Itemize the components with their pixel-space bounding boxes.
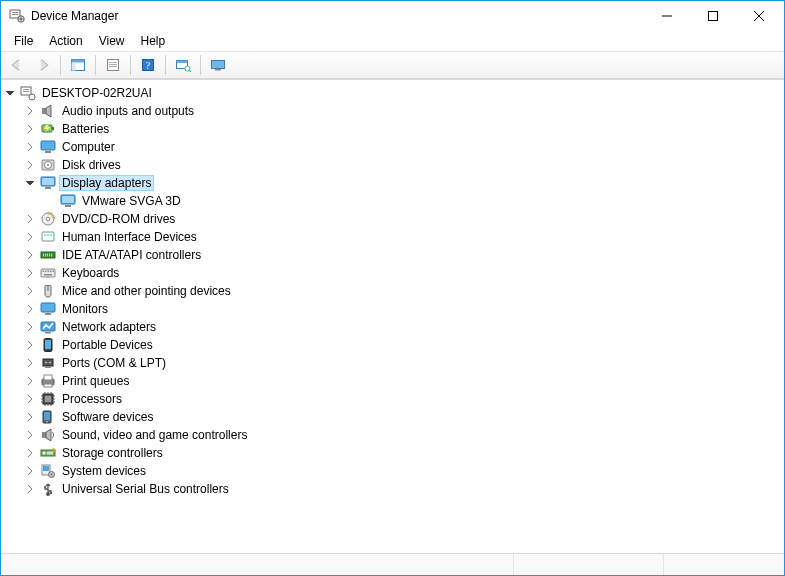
help-button[interactable]: ? (136, 54, 160, 76)
expand-toggle-icon[interactable] (23, 212, 37, 226)
tree-node-label: Sound, video and game controllers (59, 427, 250, 443)
expand-toggle-icon[interactable] (23, 428, 37, 442)
maximize-button[interactable] (690, 1, 736, 31)
tree-node-label: Print queues (59, 373, 132, 389)
back-button[interactable] (5, 54, 29, 76)
device-manager-window: Device Manager File Action View Help (0, 0, 785, 576)
storage-icon (40, 445, 56, 461)
tree-node[interactable]: Disk drives (23, 156, 782, 174)
tree-node[interactable]: System devices (23, 462, 782, 480)
tree-node[interactable]: Mice and other pointing devices (23, 282, 782, 300)
expand-toggle-icon[interactable] (23, 374, 37, 388)
dvd-icon (40, 211, 56, 227)
menu-help[interactable]: Help (134, 33, 173, 49)
tree-node[interactable]: Display adapters (23, 174, 782, 192)
tree-node[interactable]: IDE ATA/ATAPI controllers (23, 246, 782, 264)
tree-node[interactable]: Audio inputs and outputs (23, 102, 782, 120)
menu-view[interactable]: View (92, 33, 132, 49)
tree-node[interactable]: Storage controllers (23, 444, 782, 462)
tree-node-label: Ports (COM & LPT) (59, 355, 169, 371)
network-icon (40, 319, 56, 335)
expand-toggle-icon[interactable] (23, 320, 37, 334)
expand-toggle-icon[interactable] (23, 266, 37, 280)
tree-node[interactable]: Network adapters (23, 318, 782, 336)
expand-toggle-icon[interactable] (23, 392, 37, 406)
tree-node[interactable]: Keyboards (23, 264, 782, 282)
expand-toggle-icon[interactable] (23, 284, 37, 298)
tree-node[interactable]: Print queues (23, 372, 782, 390)
expand-toggle-icon[interactable] (3, 86, 17, 100)
svg-rect-10 (109, 64, 117, 65)
menu-action[interactable]: Action (42, 33, 89, 49)
expand-toggle-icon[interactable] (23, 302, 37, 316)
monitor-icon (40, 139, 56, 155)
monitor-button[interactable] (206, 54, 230, 76)
svg-rect-9 (109, 62, 117, 63)
svg-rect-11 (109, 66, 117, 67)
tree-node-label: Batteries (59, 121, 112, 137)
forward-button[interactable] (31, 54, 55, 76)
device-tree-pane[interactable]: DESKTOP-02R2UAIAudio inputs and outputsB… (1, 79, 784, 553)
tree-node-label: Human Interface Devices (59, 229, 200, 245)
window-title: Device Manager (31, 9, 118, 23)
system-icon (40, 463, 56, 479)
tree-node-label: Universal Serial Bus controllers (59, 481, 232, 497)
expand-toggle-icon[interactable] (23, 446, 37, 460)
tree-node[interactable]: Human Interface Devices (23, 228, 782, 246)
svg-rect-18 (215, 69, 221, 71)
mouse-icon (40, 283, 56, 299)
software-icon (40, 409, 56, 425)
toolbar-separator (60, 55, 61, 75)
minimize-button[interactable] (644, 1, 690, 31)
properties-button[interactable] (101, 54, 125, 76)
expand-toggle-icon[interactable] (23, 122, 37, 136)
port-icon (40, 355, 56, 371)
expand-toggle-icon[interactable] (23, 482, 37, 496)
tree-node-label: Network adapters (59, 319, 159, 335)
tree-node-label: IDE ATA/ATAPI controllers (59, 247, 204, 263)
tree-root-node[interactable]: DESKTOP-02R2UAI (3, 84, 782, 102)
tree-node[interactable]: Universal Serial Bus controllers (23, 480, 782, 498)
expand-toggle-icon[interactable] (23, 464, 37, 478)
tree-node[interactable]: Portable Devices (23, 336, 782, 354)
tree-node[interactable]: Sound, video and game controllers (23, 426, 782, 444)
tree-node-label: Display adapters (59, 175, 154, 191)
expand-toggle-icon[interactable] (23, 338, 37, 352)
expand-toggle-icon[interactable] (23, 176, 37, 190)
menu-file[interactable]: File (7, 33, 40, 49)
expand-toggle-icon[interactable] (23, 248, 37, 262)
cpu-icon (40, 391, 56, 407)
keyboard-icon (40, 265, 56, 281)
show-hide-console-tree-button[interactable] (66, 54, 90, 76)
expand-toggle-icon (43, 194, 57, 208)
battery-icon (40, 121, 56, 137)
tree-node[interactable]: Batteries (23, 120, 782, 138)
tree-node[interactable]: Processors (23, 390, 782, 408)
svg-text:?: ? (146, 60, 151, 71)
expand-toggle-icon[interactable] (23, 140, 37, 154)
tree-node-label: DVD/CD-ROM drives (59, 211, 178, 227)
tree-node-label: System devices (59, 463, 149, 479)
audio-icon (40, 103, 56, 119)
expand-toggle-icon[interactable] (23, 356, 37, 370)
toolbar-separator (130, 55, 131, 75)
expand-toggle-icon[interactable] (23, 230, 37, 244)
tree-root-label: DESKTOP-02R2UAI (39, 85, 155, 101)
tree-node-label: Audio inputs and outputs (59, 103, 197, 119)
tree-node[interactable]: Computer (23, 138, 782, 156)
monitor-icon (40, 301, 56, 317)
tree-node[interactable]: Ports (COM & LPT) (23, 354, 782, 372)
expand-toggle-icon[interactable] (23, 104, 37, 118)
tree-node[interactable]: DVD/CD-ROM drives (23, 210, 782, 228)
expand-toggle-icon[interactable] (23, 158, 37, 172)
expand-toggle-icon[interactable] (23, 410, 37, 424)
tree-node[interactable]: Software devices (23, 408, 782, 426)
app-icon (9, 8, 25, 24)
tree-leaf-node[interactable]: VMware SVGA 3D (43, 192, 782, 210)
toolbar-separator (200, 55, 201, 75)
scan-hardware-button[interactable] (171, 54, 195, 76)
tree-node[interactable]: Monitors (23, 300, 782, 318)
close-button[interactable] (736, 1, 782, 31)
disk-icon (40, 157, 56, 173)
titlebar: Device Manager (1, 1, 784, 31)
